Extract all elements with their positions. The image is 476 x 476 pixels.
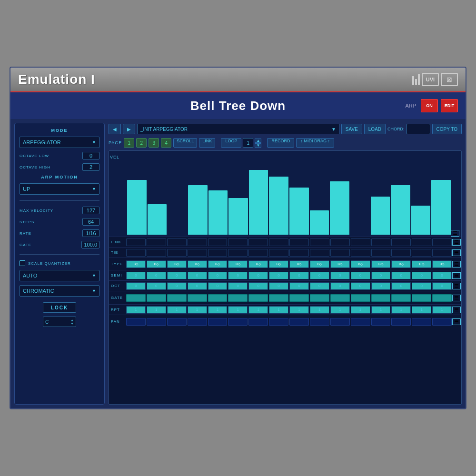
gate-seq-cell-6[interactable] [248,294,268,302]
semi-cells-cell-8[interactable]: 0 [289,272,309,279]
tie-cells-cell-8[interactable] [289,249,309,257]
link-cells-cell-11[interactable] [351,238,370,246]
link-cells-cell-8[interactable] [289,238,309,246]
chord-input[interactable] [407,124,430,134]
pan-menu-icon[interactable]: ≡ [452,318,461,325]
oct-cells-cell-11[interactable]: 0 [351,282,370,290]
oct-menu-icon[interactable]: ≡ [452,283,461,289]
semi-cells-cell-1[interactable]: 0 [147,272,166,279]
arp-motion-dropdown[interactable]: UP ▼ [20,183,99,195]
oct-cells-cell-12[interactable]: 0 [371,282,391,290]
link-cells-cell-3[interactable] [188,238,207,246]
rpt-cells-cell-2[interactable]: 1 [167,306,187,314]
save-button[interactable]: SAVE [341,124,362,134]
semi-cells-cell-15[interactable]: 0 [432,272,452,279]
tie-cells-cell-2[interactable] [167,249,187,257]
pan-cell-11[interactable] [351,318,370,326]
gate-seq-cell-8[interactable] [289,294,309,302]
link-cells-cell-0[interactable] [126,238,146,246]
rpt-cells-cell-1[interactable]: 1 [147,306,166,314]
semi-cells-cell-10[interactable]: 0 [330,272,350,279]
gate-seq-cell-15[interactable] [432,294,452,302]
vel-menu-icon[interactable]: ≡ [451,230,459,237]
loop-up-button[interactable]: ▲ [255,139,261,143]
prev-button[interactable]: ◀ [109,124,121,134]
rpt-cells-cell-10[interactable]: 1 [330,306,350,314]
semi-cells-cell-14[interactable]: 0 [412,272,431,279]
rpt-cells-cell-5[interactable]: 1 [228,306,248,314]
tie-cells-cell-12[interactable] [371,249,391,257]
semi-cells-cell-6[interactable]: 0 [248,272,268,279]
vel-bar-3[interactable] [188,185,208,235]
oct-cells-cell-10[interactable]: 0 [330,282,350,290]
gate-seq-cell-0[interactable] [126,294,146,302]
type-cell-13[interactable]: B◇ [391,260,411,268]
oct-cells-cell-13[interactable]: 0 [391,282,411,290]
semi-cells-cell-9[interactable]: 0 [310,272,329,279]
tie-cells-cell-10[interactable] [330,249,350,257]
type-cell-4[interactable]: B◇ [208,260,228,268]
rpt-cells-cell-11[interactable]: 1 [351,306,370,314]
vel-bar-14[interactable] [411,206,431,235]
pan-cell-12[interactable] [371,318,391,326]
semi-cells-cell-11[interactable]: 0 [351,272,370,279]
semi-menu-icon[interactable]: ≡ [452,272,461,279]
type-cell-10[interactable]: B◇ [330,260,350,268]
gate-seq-cell-4[interactable] [208,294,228,302]
type-cell-5[interactable]: B◇ [228,260,248,268]
auto-dropdown[interactable]: AUTO ▼ [20,270,99,281]
pan-cell-3[interactable] [188,318,207,326]
link-cells-cell-7[interactable] [269,238,288,246]
tie-cells-cell-13[interactable] [391,249,411,257]
tie-cells-cell-3[interactable] [188,249,207,257]
type-cell-3[interactable]: B◇ [188,260,207,268]
tie-cells-cell-6[interactable] [248,249,268,257]
type-cell-2[interactable]: B◇ [167,260,187,268]
link-cells-cell-4[interactable] [208,238,228,246]
rpt-cells-cell-0[interactable]: 1 [126,306,146,314]
type-cell-14[interactable]: B◇ [412,260,431,268]
link-menu-icon[interactable]: ≡ [452,239,461,246]
chromatic-dropdown[interactable]: CHROMATIC ▼ [20,285,99,297]
tie-cells-cell-14[interactable] [412,249,431,257]
mode-dropdown[interactable]: ARPEGGIATOR ▼ [20,137,99,148]
vel-bar-8[interactable] [289,188,309,235]
key-select[interactable]: C ▲▼ [43,317,76,327]
type-menu-icon[interactable]: ≡ [452,261,461,268]
midi-drag-button[interactable]: ↑ MIDI DRAG ↑ [296,138,334,148]
vel-bar-0[interactable] [127,180,147,235]
link-button[interactable]: LINK [199,138,215,148]
oct-cells-cell-4[interactable]: 0 [208,282,228,290]
load-button[interactable]: LOAD [364,124,386,134]
rpt-cells-cell-9[interactable]: 1 [310,306,329,314]
oct-cells-cell-0[interactable]: 0 [126,282,146,290]
loop-button[interactable]: LOOP [221,138,241,148]
rate-value[interactable]: 1/16 [82,229,99,237]
link-cells-cell-5[interactable] [228,238,248,246]
link-cells-cell-12[interactable] [371,238,391,246]
oct-cells-cell-2[interactable]: 0 [167,282,187,290]
pan-cell-8[interactable] [289,318,309,326]
pan-cell-2[interactable] [167,318,187,326]
type-cell-11[interactable]: B◇ [351,260,370,268]
page-1-button[interactable]: 1 [124,138,134,148]
pan-cell-6[interactable] [248,318,268,326]
link-cells-cell-6[interactable] [248,238,268,246]
preset-dropdown[interactable]: _INIT ARPEGGIATOR ▼ [137,124,339,134]
link-cells-cell-15[interactable] [432,238,452,246]
record-button[interactable]: RECORD [267,138,294,148]
type-cell-7[interactable]: B◇ [269,260,288,268]
oct-cells-cell-3[interactable]: 0 [188,282,207,290]
type-cell-1[interactable]: B◇ [147,260,166,268]
semi-cells-cell-4[interactable]: 0 [208,272,228,279]
oct-cells-cell-7[interactable]: 0 [269,282,288,290]
copy-to-button[interactable]: COPY TO [432,124,462,134]
rpt-cells-cell-14[interactable]: 1 [412,306,431,314]
vel-bar-4[interactable] [208,190,228,235]
scroll-button[interactable]: SCROLL [173,138,197,148]
oct-cells-cell-6[interactable]: 0 [248,282,268,290]
vel-bar-5[interactable] [228,198,248,235]
vel-bar-13[interactable] [391,185,410,235]
page-2-button[interactable]: 2 [136,138,147,148]
rpt-cells-cell-4[interactable]: 1 [208,306,228,314]
